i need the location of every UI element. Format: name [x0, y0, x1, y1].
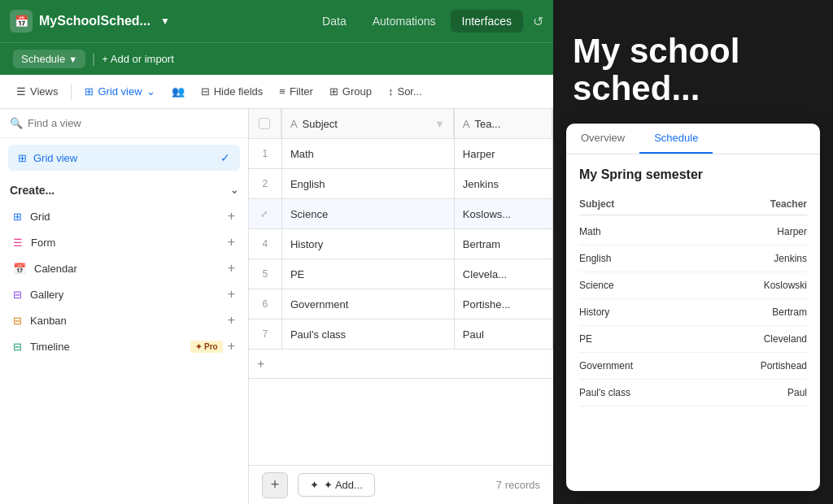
kanban-add-icon[interactable]: + [228, 313, 235, 328]
row-number: 6 [251, 298, 280, 310]
teacher-cell[interactable]: Bertram [454, 229, 552, 259]
add-import-button[interactable]: + Add or import [102, 53, 174, 65]
calendar-add-icon[interactable]: + [228, 261, 235, 276]
preview-subject-value: PE [579, 333, 592, 345]
active-view-item[interactable]: ⊞ Grid view ✓ [8, 145, 240, 171]
collaborators-button[interactable]: 👥 [165, 82, 191, 101]
subject-cell[interactable]: Government [281, 289, 454, 319]
kanban-type-icon: ⊟ [13, 315, 22, 327]
view-type-grid[interactable]: ⊞ Grid + [7, 203, 242, 229]
table-row: 4 History Bertram [249, 229, 553, 259]
view-type-gallery[interactable]: ⊟ Gallery + [7, 281, 242, 307]
history-icon[interactable]: ↺ [533, 14, 543, 29]
find-view-input[interactable] [28, 117, 238, 129]
add-record-button[interactable]: + [262, 472, 288, 498]
view-type-grid-left: ⊞ Grid [13, 211, 50, 223]
schedule-dropdown-button[interactable]: Schedule ▼ [13, 50, 85, 68]
timeline-add-icon[interactable]: + [228, 339, 235, 354]
teacher-cell[interactable]: Harper [454, 139, 552, 169]
subject-cell[interactable]: Paul's class [281, 319, 454, 350]
teacher-value: Paul [455, 319, 552, 349]
preview-list-item: Government Portishead [579, 353, 807, 380]
gallery-type-icon: ⊟ [13, 289, 22, 301]
row-checkbox-cell-4: 5 [249, 259, 281, 289]
preview-tab-schedule[interactable]: Schedule [639, 124, 713, 154]
grid-add-icon[interactable]: + [228, 209, 235, 224]
grid-type-icon: ⊞ [13, 211, 22, 223]
th-subject: A Subject ▼ [281, 109, 454, 139]
active-view-check-icon: ✓ [220, 151, 230, 164]
view-type-calendar[interactable]: 📅 Calendar + [7, 255, 242, 281]
teacher-cell[interactable]: Koslows... [454, 199, 552, 229]
schedule-bar: Schedule ▼ | + Add or import [0, 42, 553, 75]
create-chevron-icon: ⌄ [230, 185, 238, 196]
table-row: ⤢ Science Koslows... [249, 199, 553, 229]
data-table: A Subject ▼ A Tea... [249, 109, 553, 350]
teacher-cell[interactable]: Paul [454, 319, 552, 350]
top-nav: 📅 MySchoolSched... ▼ Data Automations In… [0, 0, 553, 42]
nav-tab-interfaces[interactable]: Interfaces [451, 10, 523, 33]
gallery-add-icon[interactable]: + [228, 287, 235, 302]
view-type-timeline[interactable]: ⊟ Timeline ✦ Pro + [7, 333, 242, 359]
view-type-kanban[interactable]: ⊟ Kanban + [7, 307, 242, 333]
row-number: 4 [251, 238, 280, 250]
nav-tab-data[interactable]: Data [311, 10, 358, 33]
toolbar-separator [71, 84, 72, 100]
teacher-cell[interactable]: Clevela... [454, 259, 552, 289]
row-checkbox-cell-5: 6 [249, 289, 281, 319]
nav-tab-automations[interactable]: Automations [361, 10, 447, 33]
sort-button[interactable]: ↕ Sor... [382, 82, 429, 101]
preview-subject-value: Paul's class [579, 387, 630, 398]
schedule-divider: | [92, 52, 95, 67]
table-row: 7 Paul's class Paul [249, 319, 553, 350]
views-button[interactable]: ☰ Views [10, 82, 64, 101]
grid-area: A Subject ▼ A Tea... [249, 109, 553, 504]
th-checkbox [249, 109, 281, 139]
th-teacher: A Tea... [454, 109, 552, 139]
preview-subject-value: History [579, 306, 609, 318]
subject-cell[interactable]: PE [281, 259, 454, 289]
teacher-col-icon: A [463, 118, 470, 130]
table-row: 1 Math Harper [249, 139, 553, 169]
grid-icon: ⊞ [85, 85, 94, 98]
ai-icon: ✦ [310, 479, 319, 491]
preview-list-item: PE Cleveland [579, 326, 807, 353]
teacher-cell[interactable]: Jenkins [454, 169, 552, 199]
expand-row-icon[interactable]: ⤢ [260, 209, 268, 219]
grid-view-options-icon[interactable]: ⌄ [146, 85, 155, 98]
subject-cell[interactable]: History [281, 229, 454, 259]
create-section-header[interactable]: Create... ⌄ [0, 177, 248, 203]
header-checkbox[interactable] [259, 118, 270, 129]
group-button[interactable]: ⊞ Group [323, 82, 378, 101]
preview-tab-overview[interactable]: Overview [566, 124, 639, 154]
grid-view-button[interactable]: ⊞ Grid view ⌄ [78, 82, 161, 101]
nav-tabs: Data Automations Interfaces [311, 10, 523, 33]
subject-value: PE [282, 259, 454, 289]
table-row: 5 PE Clevela... [249, 259, 553, 289]
subject-col-sort-icon[interactable]: ▼ [434, 118, 445, 130]
hide-fields-button[interactable]: ⊟ Hide fields [194, 82, 270, 101]
subject-cell[interactable]: Math [281, 139, 454, 169]
subject-cell[interactable]: English [281, 169, 454, 199]
app-title-dropdown-icon[interactable]: ▼ [160, 15, 170, 27]
subject-cell[interactable]: Science [281, 199, 454, 229]
records-count-label: 7 records [496, 479, 540, 491]
add-row-button[interactable]: + [249, 350, 553, 379]
teacher-value: Jenkins [455, 169, 552, 198]
filter-button[interactable]: ≡ Filter [273, 82, 319, 101]
add-row-icon: + [257, 357, 264, 371]
add-ai-button[interactable]: ✦ ✦ Add... [298, 473, 375, 497]
subject-value: Paul's class [282, 319, 454, 349]
view-type-calendar-left: 📅 Calendar [13, 263, 77, 275]
main-app: 📅 MySchoolSched... ▼ Data Automations In… [0, 0, 553, 504]
form-add-icon[interactable]: + [228, 235, 235, 250]
view-type-list: ⊞ Grid + ☰ Form + 📅 Calendar [0, 203, 248, 359]
preview-list-item: English Jenkins [579, 245, 807, 272]
teacher-value: Bertram [455, 229, 552, 259]
row-checkbox-cell-3: 4 [249, 229, 281, 259]
view-type-form[interactable]: ☰ Form + [7, 229, 242, 255]
teacher-cell[interactable]: Portishe... [454, 289, 552, 319]
add-record-icon: + [271, 476, 280, 493]
views-icon: ☰ [16, 85, 26, 98]
row-checkbox-cell-6: 7 [249, 319, 281, 350]
